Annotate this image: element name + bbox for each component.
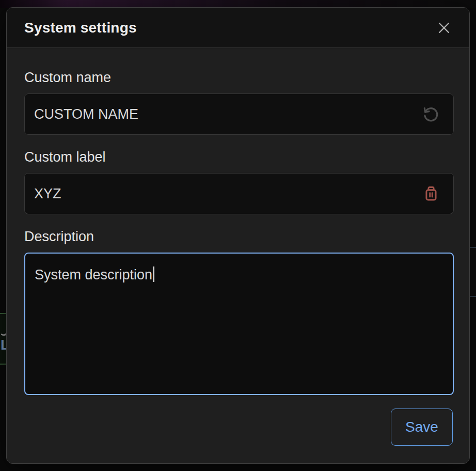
x-icon — [436, 20, 452, 36]
text-caret — [153, 266, 154, 282]
custom-label-label: Custom label — [24, 149, 453, 165]
dialog-body: Custom name Custom label — [7, 48, 469, 463]
trash-icon — [423, 185, 439, 202]
system-settings-dialog: System settings Custom name — [6, 7, 470, 464]
save-button[interactable]: Save — [391, 409, 453, 446]
custom-label-field-wrap — [24, 173, 454, 214]
backdrop-panel-row — [470, 248, 476, 296]
reset-name-button[interactable] — [422, 105, 440, 123]
description-label: Description — [24, 229, 453, 244]
backdrop-top-strip — [0, 0, 476, 8]
custom-name-input[interactable] — [25, 94, 453, 134]
close-button[interactable] — [434, 18, 454, 38]
delete-label-button[interactable] — [422, 185, 440, 202]
dialog-title: System settings — [24, 20, 137, 36]
custom-name-label: Custom name — [24, 70, 453, 85]
dialog-footer: Save — [24, 409, 453, 446]
custom-label-input[interactable] — [25, 174, 453, 214]
description-textarea[interactable]: System description — [24, 253, 454, 395]
description-text: System description — [35, 267, 152, 282]
dialog-header: System settings — [7, 8, 469, 48]
undo-icon — [423, 106, 439, 122]
custom-name-field-wrap — [24, 93, 454, 135]
backdrop-right-panel — [470, 50, 476, 471]
backdrop-divider-line — [470, 296, 476, 297]
